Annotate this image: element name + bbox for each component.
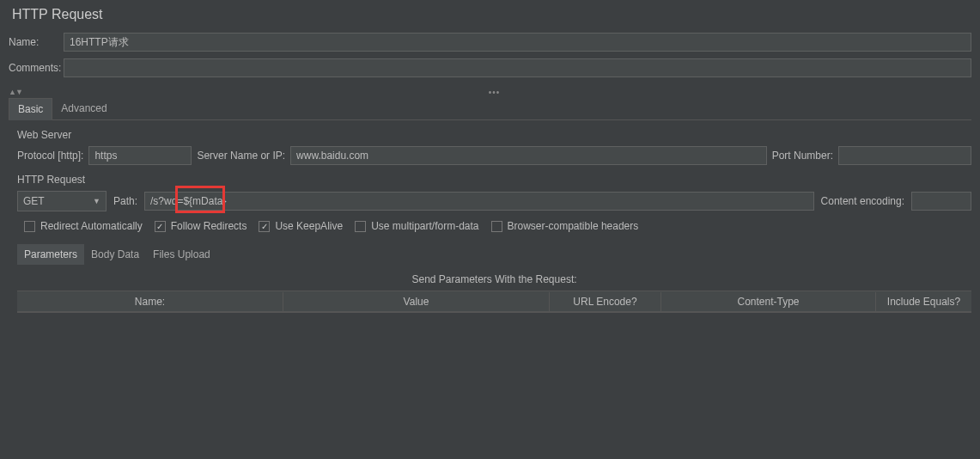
server-name-input[interactable]	[290, 146, 767, 165]
subtab-files-upload[interactable]: Files Upload	[146, 244, 217, 265]
method-value: GET	[23, 195, 45, 207]
request-subtabs: Parameters Body Data Files Upload	[17, 244, 971, 265]
path-label: Path:	[113, 195, 137, 207]
page-title: HTTP Request	[9, 0, 980, 33]
redirect-auto-checkbox[interactable]: Redirect Automatically	[24, 220, 143, 232]
follow-redirects-label: Follow Redirects	[171, 220, 247, 232]
col-header-value[interactable]: Value	[283, 292, 550, 311]
checkbox-icon	[355, 221, 366, 232]
chevron-down-icon: ▼	[93, 197, 100, 205]
main-tabs: Basic Advanced	[9, 98, 971, 120]
params-table-header: Name: Value URL Encode? Content-Type Inc…	[17, 291, 971, 312]
follow-redirects-checkbox[interactable]: Follow Redirects	[155, 220, 247, 232]
keepalive-checkbox[interactable]: Use KeepAlive	[259, 220, 343, 232]
subtab-parameters[interactable]: Parameters	[17, 244, 84, 265]
content-encoding-input[interactable]	[911, 192, 971, 211]
multipart-label: Use multipart/form-data	[371, 220, 478, 232]
protocol-label: Protocol [http]:	[17, 150, 83, 162]
col-header-equals[interactable]: Include Equals?	[876, 292, 971, 311]
port-label: Port Number:	[772, 150, 833, 162]
checkbox-icon	[491, 221, 502, 232]
protocol-input[interactable]	[88, 146, 192, 165]
subtab-body-data[interactable]: Body Data	[84, 244, 146, 265]
path-input[interactable]	[144, 192, 814, 211]
method-select[interactable]: GET ▼	[17, 191, 107, 211]
http-request-section-label: HTTP Request	[17, 174, 971, 186]
multipart-checkbox[interactable]: Use multipart/form-data	[355, 220, 478, 232]
panel-divider[interactable]: ▲▼ •••	[9, 86, 980, 98]
name-label: Name:	[9, 36, 64, 48]
tab-basic[interactable]: Basic	[9, 98, 52, 120]
tab-advanced[interactable]: Advanced	[52, 98, 115, 119]
redirect-auto-label: Redirect Automatically	[40, 220, 143, 232]
params-title: Send Parameters With the Request:	[17, 270, 971, 291]
comments-label: Comments:	[9, 62, 64, 74]
col-header-ctype[interactable]: Content-Type	[661, 292, 876, 311]
webserver-section-label: Web Server	[17, 129, 971, 141]
col-header-name[interactable]: Name:	[17, 292, 283, 311]
checkbox-checked-icon	[155, 221, 166, 232]
col-header-encode[interactable]: URL Encode?	[550, 292, 661, 311]
keepalive-label: Use KeepAlive	[275, 220, 343, 232]
name-input[interactable]	[64, 33, 971, 52]
collapse-icon: ▲▼	[9, 88, 22, 96]
server-name-label: Server Name or IP:	[197, 150, 285, 162]
comments-input[interactable]	[64, 58, 971, 77]
browser-compat-checkbox[interactable]: Browser-compatible headers	[491, 220, 639, 232]
content-encoding-label: Content encoding:	[821, 195, 904, 207]
port-input[interactable]	[838, 146, 971, 165]
checkbox-icon	[24, 221, 35, 232]
drag-dots-icon: •••	[489, 88, 501, 97]
params-table: Name: Value URL Encode? Content-Type Inc…	[17, 291, 971, 313]
browser-compat-label: Browser-compatible headers	[508, 220, 639, 232]
checkbox-checked-icon	[259, 221, 270, 232]
